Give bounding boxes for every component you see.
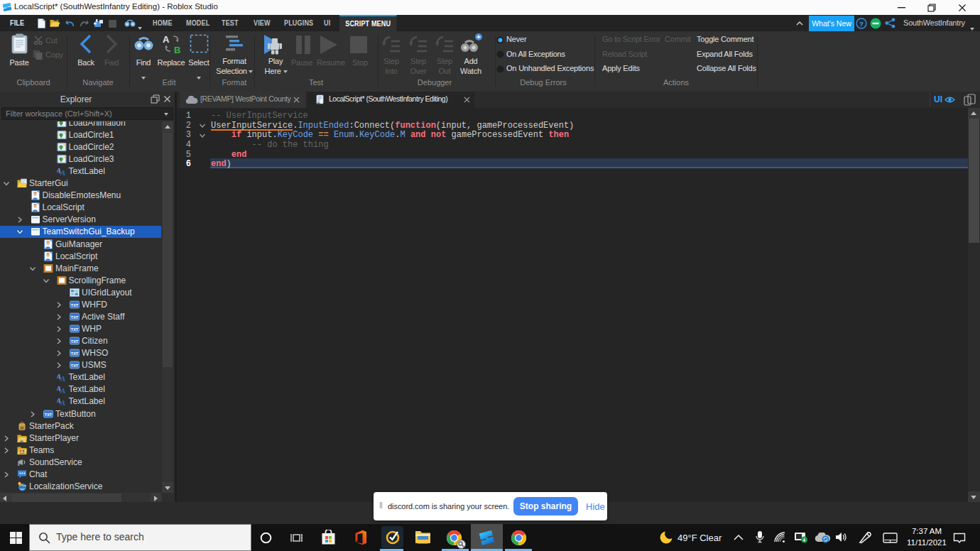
svg-text:TXT: TXT [71, 327, 79, 332]
svg-text:TXT: TXT [71, 351, 79, 356]
svg-text:A: A [163, 34, 170, 45]
svg-text:B: B [174, 45, 180, 55]
svg-text:A: A [60, 398, 65, 406]
svg-text:TXT: TXT [71, 302, 79, 307]
svg-text:?: ? [859, 20, 864, 28]
svg-text:TXT: TXT [71, 364, 79, 368]
svg-text:A: A [60, 374, 65, 382]
svg-text:TXT: TXT [71, 315, 79, 319]
svg-text:TXT: TXT [71, 339, 79, 344]
svg-text:A: A [60, 168, 65, 176]
svg-text:TXT: TXT [45, 412, 53, 416]
svg-text:A: A [60, 386, 65, 394]
